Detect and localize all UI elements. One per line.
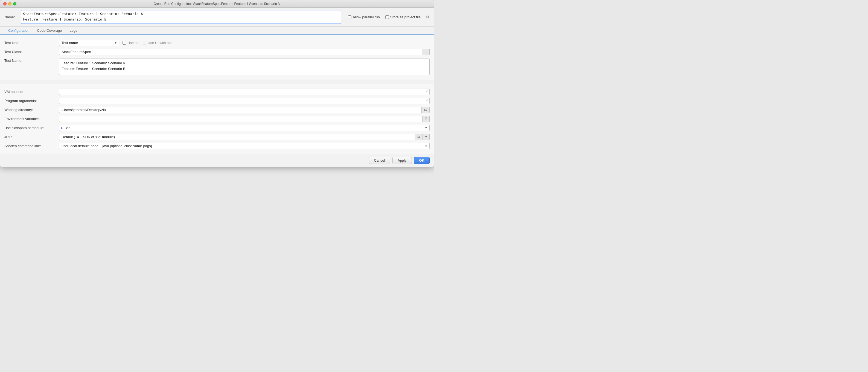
main-window: Create Run Configuration: 'StackFeatureS…: [0, 0, 434, 167]
cancel-button[interactable]: Cancel: [369, 157, 390, 164]
store-as-project-file-label: Store as project file: [390, 15, 421, 19]
vm-options-control: ⤢: [59, 89, 430, 95]
test-name-area[interactable]: Feature: Feature 1 Scenario: Scenario A …: [59, 59, 430, 75]
test-class-row: Test Class: ...: [0, 47, 434, 56]
name-label: Name:: [4, 15, 18, 19]
working-dir-input[interactable]: [59, 107, 422, 113]
vm-options-expand-icon[interactable]: ⤢: [426, 89, 429, 93]
working-dir-row: Working directory: 🗂: [0, 105, 434, 114]
tab-logs[interactable]: Logs: [66, 27, 81, 35]
working-dir-folder-icon[interactable]: 🗂: [422, 107, 430, 113]
use-sbt-checkbox[interactable]: [123, 41, 126, 44]
env-vars-row: Environment variables: ☰: [0, 114, 434, 123]
test-kind-label: Test kind:: [4, 41, 59, 45]
env-vars-label: Environment variables:: [4, 117, 59, 121]
jre-dropdown-icon[interactable]: ▼: [423, 134, 430, 140]
ok-button[interactable]: OK: [414, 157, 430, 164]
gear-icon[interactable]: ⚙: [426, 15, 430, 19]
program-args-control: ⤢: [59, 98, 430, 104]
working-dir-label: Working directory:: [4, 108, 59, 112]
test-name-row: Test Name: Feature: Feature 1 Scenario: …: [0, 56, 434, 76]
test-name-line1: Feature: Feature 1 Scenario: Scenario A: [62, 60, 427, 66]
traffic-lights: [3, 2, 17, 5]
tab-code-coverage[interactable]: Code Coverage: [33, 27, 66, 35]
test-name-line2: Feature: Feature 1 Scenario: Scenario B: [62, 66, 427, 72]
use-sbt-label: Use sbt: [127, 41, 140, 45]
use-sbt-checkbox-label[interactable]: Use sbt: [123, 41, 140, 45]
use-ui-with-sbt-checkbox-label: Use UI with sbt: [143, 41, 172, 45]
shorten-row: Shorten command line: user-local default…: [0, 142, 434, 150]
bottom-bar: Cancel Apply OK: [0, 154, 434, 167]
test-name-label: Test Name:: [4, 59, 59, 63]
section-divider: [0, 80, 434, 84]
env-vars-input[interactable]: [59, 116, 423, 122]
vm-options-label: VM options:: [4, 90, 59, 94]
classpath-module-row: Use classpath of module: ▶ zio ▼: [0, 123, 434, 132]
titlebar: Create Run Configuration: 'StackFeatureS…: [0, 0, 434, 8]
apply-button[interactable]: Apply: [393, 157, 412, 164]
tab-configuration[interactable]: Configuration: [4, 27, 33, 35]
jre-control: 🗂 ▼: [59, 134, 430, 140]
use-ui-with-sbt-checkbox: [143, 41, 146, 44]
shorten-control: user-local default: none – java [options…: [59, 143, 430, 149]
jre-label: JRE:: [4, 135, 59, 139]
vm-options-input[interactable]: [59, 89, 430, 95]
program-args-input[interactable]: [59, 98, 430, 104]
form-section-2: VM options: ⤢ Program arguments: ⤢ Worki…: [0, 84, 434, 154]
vm-options-row: VM options: ⤢: [0, 87, 434, 96]
minimize-button[interactable]: [8, 2, 11, 5]
allow-parallel-run-checkbox[interactable]: [348, 15, 351, 19]
use-ui-with-sbt-label: Use UI with sbt: [148, 41, 172, 45]
jre-input[interactable]: [59, 134, 415, 140]
program-args-label: Program arguments:: [4, 99, 59, 103]
top-right-options: Allow parallel run Store as project file…: [348, 15, 430, 19]
store-as-project-file-checkbox-label[interactable]: Store as project file: [385, 15, 421, 19]
shorten-label: Shorten command line:: [4, 144, 59, 148]
maximize-button[interactable]: [13, 2, 17, 5]
allow-parallel-run-checkbox-label[interactable]: Allow parallel run: [348, 15, 380, 19]
test-kind-row: Test kind: Test name Test class All in p…: [0, 38, 434, 47]
content-area: Test kind: Test name Test class All in p…: [0, 35, 434, 154]
window-title: Create Run Configuration: 'StackFeatureS…: [153, 2, 280, 6]
name-input[interactable]: StackFeatureSpec.Feature: Feature 1 Scen…: [21, 10, 341, 24]
working-dir-control: 🗂: [59, 107, 430, 113]
form-section: Test kind: Test name Test class All in p…: [0, 35, 434, 80]
jre-row: JRE: 🗂 ▼: [0, 132, 434, 142]
test-class-input[interactable]: [59, 49, 422, 55]
test-kind-control: Test name Test class All in package ▼ Us…: [59, 40, 430, 46]
env-vars-control: ☰: [59, 116, 430, 122]
program-args-row: Program arguments: ⤢: [0, 96, 434, 105]
tabs-bar: Configuration Code Coverage Logs: [0, 27, 434, 35]
store-as-project-file-checkbox[interactable]: [385, 15, 389, 19]
env-vars-edit-icon[interactable]: ☰: [423, 116, 430, 122]
jre-folder-icon[interactable]: 🗂: [415, 134, 423, 140]
program-args-expand-icon[interactable]: ⤢: [426, 98, 429, 102]
test-class-browse-button[interactable]: ...: [422, 49, 430, 55]
test-kind-select-wrapper: Test name Test class All in package ▼: [59, 40, 119, 46]
classpath-module-select[interactable]: zio: [59, 125, 430, 131]
close-button[interactable]: [3, 2, 6, 5]
test-class-label: Test Class:: [4, 50, 59, 54]
name-bar: Name: StackFeatureSpec.Feature: Feature …: [0, 8, 434, 27]
allow-parallel-run-label: Allow parallel run: [353, 15, 380, 19]
test-class-control: ...: [59, 49, 430, 55]
classpath-module-label: Use classpath of module:: [4, 126, 59, 130]
test-kind-select[interactable]: Test name Test class All in package: [59, 40, 119, 46]
shorten-select[interactable]: user-local default: none – java [options…: [59, 143, 430, 149]
classpath-module-control: ▶ zio ▼: [59, 125, 430, 131]
